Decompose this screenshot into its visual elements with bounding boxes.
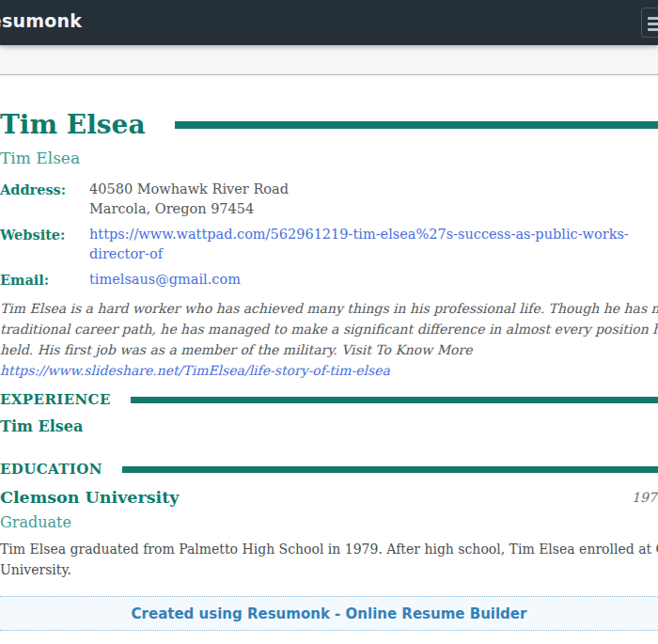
experience-company: Tim Elsea [0,417,658,436]
education-date: 1979 [632,490,658,505]
title-divider-bar [175,121,658,129]
education-description-line-1: Tim Elsea graduated from Palmetto High S… [0,540,658,560]
education-section: EDUCATION Clemson University 1979 Gradua… [0,460,658,580]
address-value: 40580 Mowhawk River Road Marcola, Oregon… [89,180,289,219]
summary-line-2: traditional career path, he has managed … [0,319,658,339]
page: Resumonk Tim Elsea Tim Elsea Address: 40… [0,0,658,644]
email-label: Email: [0,270,89,290]
email-row: Email: timelsaus@gmail.com [0,270,658,290]
footer-credit-link[interactable]: Created using Resumonk - Online Resume B… [132,605,527,622]
summary-line-3: held. His first job was as a member of t… [0,339,658,360]
experience-header: EXPERIENCE [0,390,658,409]
footer-credit-band: Created using Resumonk - Online Resume B… [0,596,658,631]
address-row: Address: 40580 Mowhawk River Road Marcol… [0,180,658,219]
address-line-2: Marcola, Oregon 97454 [89,199,289,219]
experience-section: EXPERIENCE Tim Elsea [0,390,658,436]
summary-line-1: Tim Elsea is a hard worker who has achie… [0,298,658,319]
education-divider-bar [122,466,658,473]
summary-slideshare-link[interactable]: https://www.slideshare.net/TimElsea/life… [0,363,390,378]
education-title: EDUCATION [0,461,102,478]
resume-header: Tim Elsea [0,109,658,141]
experience-title: EXPERIENCE [0,391,111,408]
education-description: Tim Elsea graduated from Palmetto High S… [0,540,658,580]
education-degree: Graduate [0,512,658,532]
website-link[interactable]: https://www.wattpad.com/562961219-tim-el… [89,225,658,264]
education-school-row: Clemson University 1979 [0,487,658,508]
website-row: Website: https://www.wattpad.com/5629612… [0,225,658,264]
navbar: Resumonk [0,0,658,45]
resume-document: Tim Elsea Tim Elsea Address: 40580 Mowha… [0,75,658,580]
address-line-1: 40580 Mowhawk River Road [89,180,289,199]
education-description-line-2: University. [0,560,658,581]
address-label: Address: [0,180,89,219]
resume-name: Tim Elsea [0,109,146,141]
education-school-name: Clemson University [0,487,658,508]
email-link[interactable]: timelsaus@gmail.com [89,270,241,290]
sub-header-strip [0,45,658,75]
website-label: Website: [0,225,89,264]
resume-subtitle: Tim Elsea [0,148,658,168]
summary-paragraph: Tim Elsea is a hard worker who has achie… [0,298,658,381]
menu-toggle-button[interactable] [641,8,658,38]
logo-resumonk[interactable]: Resumonk [0,10,82,31]
experience-divider-bar [131,397,658,403]
education-header: EDUCATION [0,460,658,479]
hamburger-icon [648,17,658,31]
contact-section: Address: 40580 Mowhawk River Road Marcol… [0,180,658,290]
